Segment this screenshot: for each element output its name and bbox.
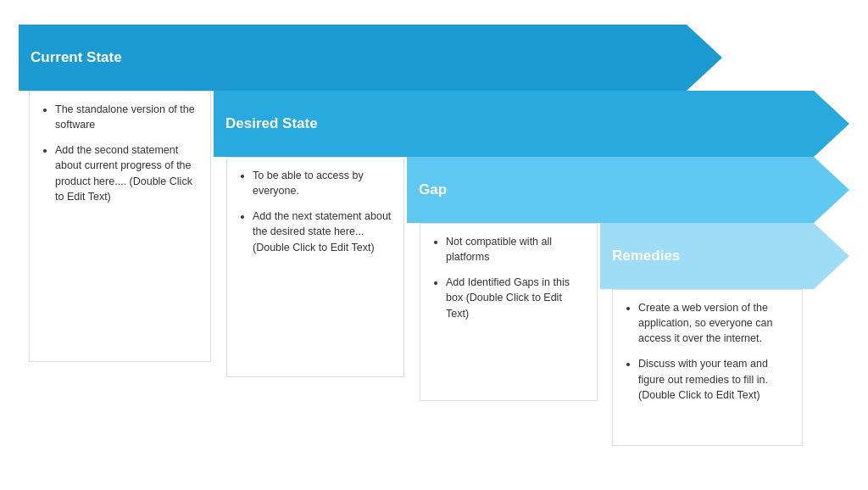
- arrow-current-state-point: [687, 25, 722, 91]
- desired-state-list: To be able to access by everyone. Add th…: [239, 168, 392, 255]
- gap-list: Not compatible with all platforms Add Id…: [432, 234, 585, 321]
- card-desired-state[interactable]: To be able to access by everyone. Add th…: [226, 157, 404, 377]
- arrow-current-state: Current State: [19, 25, 722, 91]
- arrow-desired-state-title: Desired State: [225, 115, 318, 132]
- list-item: To be able to access by everyone.: [253, 168, 392, 198]
- remedies-list: Create a web version of the application,…: [625, 300, 790, 403]
- arrow-gap-title: Gap: [419, 181, 447, 198]
- list-item: The standalone version of the software: [55, 102, 198, 132]
- list-item: Add Identified Gaps in this box (Double …: [446, 275, 585, 320]
- card-current-state[interactable]: The standalone version of the software A…: [29, 91, 211, 362]
- diagram-container: Current State Desired State Gap Remedies…: [19, 25, 849, 465]
- arrow-desired-state-body: Desired State: [214, 91, 814, 157]
- arrow-current-state-title: Current State: [31, 49, 122, 66]
- arrow-remedies: Remedies: [600, 223, 849, 289]
- arrow-gap-point: [814, 157, 849, 223]
- current-state-list: The standalone version of the software A…: [42, 102, 198, 204]
- arrow-desired-state: Desired State: [214, 91, 849, 157]
- arrow-desired-state-point: [814, 91, 849, 157]
- card-gap[interactable]: Not compatible with all platforms Add Id…: [420, 223, 598, 401]
- arrow-remedies-title: Remedies: [612, 248, 680, 264]
- list-item: Add the next statement about the desired…: [253, 209, 392, 254]
- list-item: Not compatible with all platforms: [446, 234, 585, 264]
- arrow-current-state-body: Current State: [19, 25, 687, 91]
- arrow-gap: Gap: [407, 157, 849, 223]
- arrow-gap-body: Gap: [407, 157, 814, 223]
- list-item: Add the second statement about current p…: [55, 142, 198, 204]
- card-remedies[interactable]: Create a web version of the application,…: [612, 289, 803, 446]
- list-item: Create a web version of the application,…: [638, 300, 790, 346]
- arrow-remedies-body: Remedies: [600, 223, 814, 289]
- list-item: Discuss with your team and figure out re…: [638, 356, 790, 402]
- arrow-remedies-point: [814, 223, 849, 289]
